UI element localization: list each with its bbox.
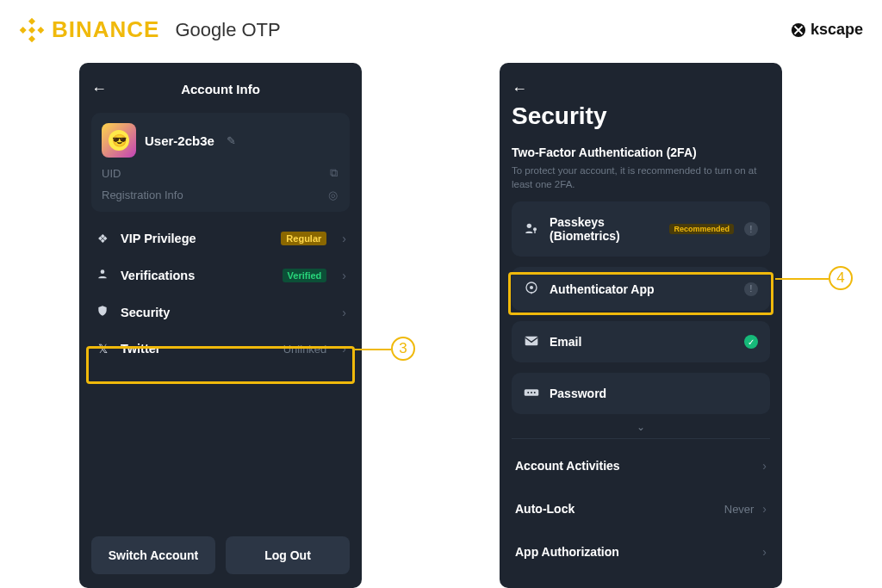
callout-number-4: 4: [829, 266, 853, 290]
svg-point-7: [527, 223, 531, 227]
2fa-description: To protect your account, it is recommend…: [512, 164, 770, 191]
callout-number-3: 3: [391, 337, 415, 361]
2fa-heading: Two-Factor Authentication (2FA): [512, 145, 770, 159]
copy-icon[interactable]: ⧉: [330, 166, 338, 180]
page-subtitle: Google OTP: [175, 19, 280, 41]
vip-tag: Regular: [281, 232, 326, 245]
binance-logo: BINANCE: [19, 16, 159, 43]
row-auto-lock[interactable]: Auto-Lock Never ›: [512, 486, 770, 530]
shield-icon: [95, 305, 110, 319]
security-title: Security: [512, 102, 770, 130]
chevron-right-icon: ›: [762, 459, 767, 473]
chevron-right-icon: ›: [762, 545, 767, 559]
logout-button[interactable]: Log Out: [226, 536, 350, 574]
svg-rect-4: [28, 27, 35, 34]
switch-account-button[interactable]: Switch Account: [91, 536, 215, 574]
email-icon: [524, 335, 539, 349]
watermark: kscape: [791, 21, 863, 39]
twitter-status: Unlinked: [283, 343, 327, 356]
chevron-right-icon: ›: [342, 342, 346, 356]
svg-rect-9: [534, 230, 535, 232]
svg-point-15: [527, 392, 529, 393]
callout-line-4: [775, 278, 829, 280]
row-app-authorization[interactable]: App Authorization ›: [512, 530, 770, 573]
user-name: User-2cb3e: [145, 133, 214, 148]
row-password[interactable]: Password: [512, 373, 770, 414]
svg-rect-1: [28, 35, 35, 42]
expand-caret-icon[interactable]: ⌄: [512, 421, 770, 433]
status-unset-icon: !: [744, 282, 758, 296]
chevron-right-icon: ›: [342, 306, 346, 319]
row-authenticator[interactable]: Authenticator App !: [512, 267, 770, 311]
svg-point-17: [534, 392, 536, 393]
registration-label: Registration Info: [102, 189, 183, 201]
security-screen: ← Security Two-Factor Authentication (2F…: [500, 63, 782, 588]
recommended-badge: Recommended: [669, 224, 734, 234]
authenticator-icon: [524, 281, 539, 297]
person-icon: [95, 268, 110, 282]
svg-rect-13: [525, 337, 538, 346]
uid-label: UID: [102, 167, 121, 180]
status-enabled-icon: ✓: [744, 335, 758, 349]
top-bar: BINANCE Google OTP kscape: [0, 0, 882, 47]
callout-line-3: [355, 349, 391, 350]
svg-point-6: [101, 269, 105, 274]
chevron-right-icon: ›: [342, 269, 346, 282]
eye-icon[interactable]: ◎: [328, 189, 338, 201]
edit-icon[interactable]: ✎: [227, 134, 236, 147]
passkeys-icon: [524, 221, 539, 238]
svg-rect-3: [37, 27, 44, 34]
row-email[interactable]: Email ✓: [512, 321, 770, 362]
kscape-icon: [791, 22, 806, 38]
password-icon: [524, 387, 539, 400]
autolock-value: Never: [724, 503, 755, 516]
avatar[interactable]: 😎: [102, 123, 136, 158]
account-info-screen: ← Account Info 😎 User-2cb3e ✎ UID ⧉ Regi…: [79, 63, 362, 588]
chevron-right-icon: ›: [759, 502, 767, 516]
row-vip[interactable]: ❖ VIP Privilege Regular ›: [91, 220, 350, 257]
screen-title: Account Info: [91, 82, 350, 96]
verified-tag: Verified: [283, 269, 327, 282]
svg-rect-0: [28, 17, 35, 24]
row-verifications[interactable]: Verifications Verified ›: [91, 257, 350, 294]
svg-rect-12: [531, 292, 531, 294]
row-twitter[interactable]: 𝕏 Twitter Unlinked ›: [91, 331, 350, 367]
x-icon: 𝕏: [95, 342, 110, 356]
svg-rect-2: [20, 27, 27, 34]
row-passkeys[interactable]: Passkeys (Biometrics) Recommended !: [512, 201, 770, 257]
back-icon[interactable]: ←: [512, 80, 527, 98]
binance-icon: [19, 17, 45, 43]
row-security[interactable]: Security ›: [91, 294, 350, 331]
svg-point-16: [531, 392, 532, 393]
diamond-icon: ❖: [95, 232, 110, 245]
chevron-right-icon: ›: [342, 232, 346, 245]
row-account-activities[interactable]: Account Activities ›: [512, 444, 770, 486]
svg-point-11: [530, 286, 533, 289]
user-card: 😎 User-2cb3e ✎ UID ⧉ Registration Info ◎: [91, 113, 350, 212]
brand-text: BINANCE: [52, 16, 159, 43]
status-unset-icon: !: [744, 222, 758, 236]
